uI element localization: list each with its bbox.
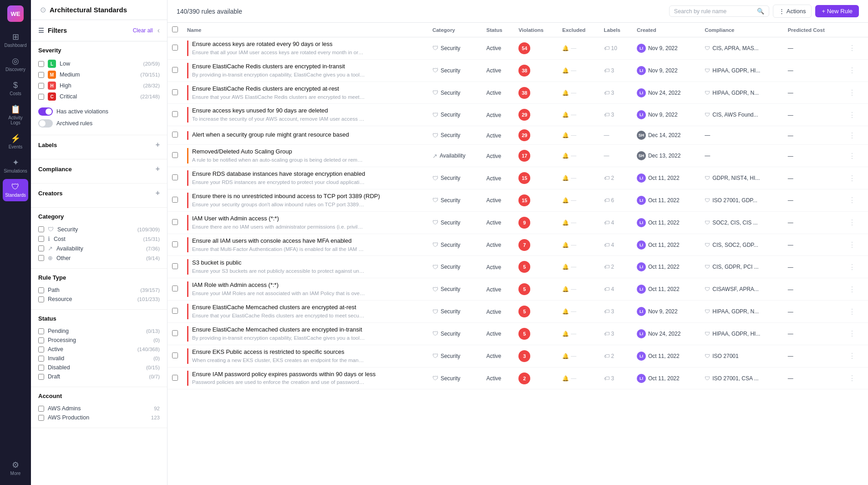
rule-name-cell[interactable]: IAM Role with Admin access (*:*) Ensure … <box>183 278 428 301</box>
rule-type-path-checkbox[interactable] <box>38 287 44 293</box>
clear-all-button[interactable]: Clear all <box>133 27 153 34</box>
rule-name-cell[interactable]: Removed/Deleted Auto Scaling Group A rul… <box>183 145 428 167</box>
row-menu-button[interactable]: ⋮ <box>847 151 858 161</box>
status-pending-item[interactable]: Pending (0/13) <box>38 327 160 336</box>
new-rule-button[interactable]: + New Rule <box>815 5 859 17</box>
row-checkbox[interactable] <box>172 111 178 117</box>
row-menu-button[interactable]: ⋮ <box>847 110 858 120</box>
row-menu-cell[interactable]: ⋮ <box>842 82 868 104</box>
row-checkbox[interactable] <box>172 67 178 73</box>
rule-name-cell[interactable]: Ensure ElastiCache Redis clusters are en… <box>183 59 428 82</box>
sidebar-item-discovery[interactable]: ◎ Discovery <box>3 53 28 76</box>
row-checkbox-cell[interactable] <box>168 234 183 256</box>
row-checkbox-cell[interactable] <box>168 37 183 60</box>
row-menu-button[interactable]: ⋮ <box>847 43 858 53</box>
sidebar-item-events[interactable]: ⚡ Events <box>3 131 28 153</box>
rule-name-cell[interactable]: Ensure access keys are rotated every 90 … <box>183 37 428 60</box>
sidebar-item-simulations[interactable]: ✦ Simulations <box>3 155 28 177</box>
severity-medium-item[interactable]: M Medium (70/151) <box>38 69 160 80</box>
row-menu-cell[interactable]: ⋮ <box>842 126 868 145</box>
status-draft-item[interactable]: Draft (0/7) <box>38 372 160 381</box>
search-input[interactable] <box>674 8 754 15</box>
row-checkbox[interactable] <box>172 89 178 95</box>
rule-name-cell[interactable]: Ensure there is no unrestricted inbound … <box>183 189 428 211</box>
row-menu-button[interactable]: ⋮ <box>847 329 858 338</box>
rule-name-cell[interactable]: Ensure ElastiCache Redis clusters are en… <box>183 82 428 104</box>
row-menu-cell[interactable]: ⋮ <box>842 59 868 82</box>
status-invalid-checkbox[interactable] <box>38 356 44 362</box>
actions-button[interactable]: ⋮ Actions <box>773 5 812 18</box>
row-checkbox-cell[interactable] <box>168 278 183 301</box>
category-availability-item[interactable]: ↗ Availability (7/36) <box>38 244 160 253</box>
row-menu-cell[interactable]: ⋮ <box>842 256 868 278</box>
category-availability-checkbox[interactable] <box>38 245 44 251</box>
category-cost-checkbox[interactable] <box>38 236 44 242</box>
row-checkbox[interactable] <box>172 330 178 336</box>
rule-name-cell[interactable]: Ensure RDS database instances have stora… <box>183 167 428 189</box>
row-menu-button[interactable]: ⋮ <box>847 131 858 140</box>
row-menu-button[interactable]: ⋮ <box>847 218 858 227</box>
status-active-checkbox[interactable] <box>38 347 44 352</box>
account-aws-production-item[interactable]: AWS Production 123 <box>38 413 160 422</box>
row-menu-cell[interactable]: ⋮ <box>842 37 868 60</box>
row-menu-button[interactable]: ⋮ <box>847 285 858 294</box>
category-other-item[interactable]: ⊕ Other (9/14) <box>38 253 160 263</box>
row-menu-cell[interactable]: ⋮ <box>842 278 868 301</box>
sidebar-item-standards[interactable]: 🛡 Standards <box>3 179 28 201</box>
row-checkbox-cell[interactable] <box>168 211 183 234</box>
row-menu-cell[interactable]: ⋮ <box>842 145 868 167</box>
row-checkbox[interactable] <box>172 219 178 225</box>
row-checkbox-cell[interactable] <box>168 322 183 345</box>
severity-low-checkbox[interactable] <box>38 61 44 67</box>
row-checkbox[interactable] <box>172 241 178 247</box>
row-menu-button[interactable]: ⋮ <box>847 373 858 383</box>
rule-name-cell[interactable]: Ensure ElastiCache Memcached clusters ar… <box>183 322 428 345</box>
rule-name-cell[interactable]: Ensure ElastiCache Memcached clusters ar… <box>183 301 428 323</box>
severity-high-item[interactable]: H High (28/32) <box>38 80 160 91</box>
severity-critical-item[interactable]: C Critical (22/148) <box>38 91 160 102</box>
row-checkbox[interactable] <box>172 286 178 291</box>
category-security-item[interactable]: 🛡 Security (109/309) <box>38 225 160 234</box>
row-checkbox-cell[interactable] <box>168 145 183 167</box>
select-all-checkbox[interactable] <box>172 26 178 32</box>
row-checkbox-cell[interactable] <box>168 301 183 323</box>
row-checkbox[interactable] <box>172 375 178 381</box>
status-invalid-item[interactable]: Invalid (0) <box>38 354 160 363</box>
rule-type-resource-item[interactable]: Resource (101/233) <box>38 295 160 304</box>
row-checkbox-cell[interactable] <box>168 59 183 82</box>
account-aws-production-checkbox[interactable] <box>38 415 44 421</box>
account-aws-admins-checkbox[interactable] <box>38 406 44 412</box>
creators-add-button[interactable]: + <box>156 189 160 197</box>
row-checkbox-cell[interactable] <box>168 126 183 145</box>
category-security-checkbox[interactable] <box>38 226 44 232</box>
row-menu-cell[interactable]: ⋮ <box>842 104 868 126</box>
rule-name-cell[interactable]: IAM User with Admin access (*:*) Ensure … <box>183 211 428 234</box>
rule-name-cell[interactable]: Ensure access keys unused for 90 days ar… <box>183 104 428 126</box>
status-disabled-item[interactable]: Disabled (0/15) <box>38 363 160 372</box>
status-processing-checkbox[interactable] <box>38 337 44 343</box>
row-menu-button[interactable]: ⋮ <box>847 88 858 97</box>
row-menu-cell[interactable]: ⋮ <box>842 367 868 389</box>
row-checkbox[interactable] <box>172 132 178 138</box>
row-checkbox[interactable] <box>172 45 178 51</box>
status-processing-item[interactable]: Processing (0) <box>38 336 160 345</box>
category-cost-item[interactable]: ℹ Cost (15/31) <box>38 234 160 244</box>
rule-type-path-item[interactable]: Path (39/157) <box>38 286 160 295</box>
sidebar-item-more[interactable]: ⚙ More <box>3 457 28 480</box>
severity-critical-checkbox[interactable] <box>38 94 44 100</box>
active-violations-toggle[interactable] <box>38 107 53 116</box>
row-menu-button[interactable]: ⋮ <box>847 351 858 361</box>
row-checkbox[interactable] <box>172 263 178 269</box>
row-menu-button[interactable]: ⋮ <box>847 174 858 183</box>
row-menu-button[interactable]: ⋮ <box>847 66 858 75</box>
row-menu-cell[interactable]: ⋮ <box>842 301 868 323</box>
severity-high-checkbox[interactable] <box>38 83 44 89</box>
rule-name-cell[interactable]: Ensure all IAM users with console access… <box>183 234 428 256</box>
account-aws-admins-item[interactable]: AWS Admins 92 <box>38 404 160 413</box>
row-checkbox-cell[interactable] <box>168 345 183 367</box>
status-disabled-checkbox[interactable] <box>38 365 44 371</box>
severity-medium-checkbox[interactable] <box>38 72 44 78</box>
archived-rules-toggle[interactable] <box>38 119 53 128</box>
category-other-checkbox[interactable] <box>38 255 44 261</box>
status-active-item[interactable]: Active (140/368) <box>38 345 160 354</box>
